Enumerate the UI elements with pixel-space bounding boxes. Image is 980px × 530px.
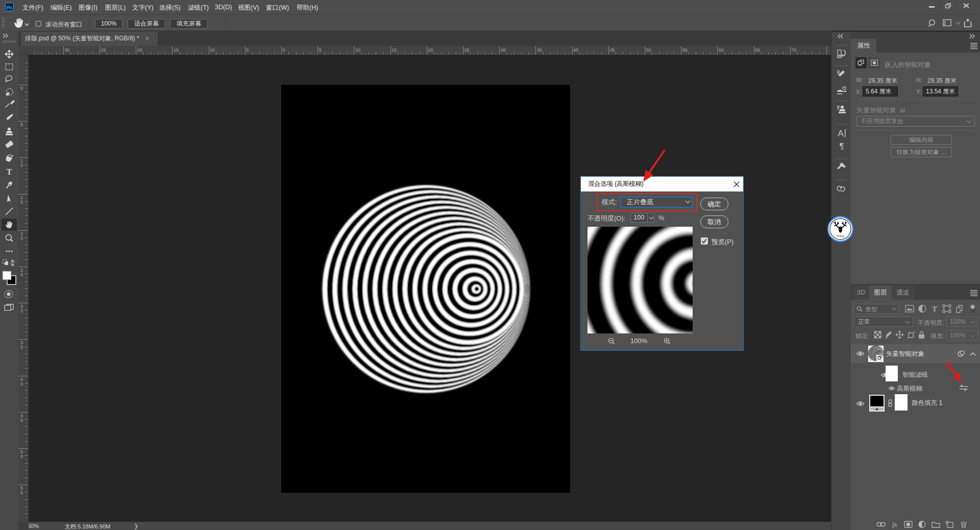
svg-text:¶: ¶	[839, 141, 844, 151]
svg-text:Ps: Ps	[7, 5, 12, 10]
svg-text:fx: fx	[892, 521, 897, 528]
svg-text:A: A	[838, 129, 844, 138]
svg-text:T: T	[932, 305, 937, 313]
svg-text:行走志: 行走志	[837, 234, 845, 237]
svg-text:T: T	[7, 167, 12, 176]
